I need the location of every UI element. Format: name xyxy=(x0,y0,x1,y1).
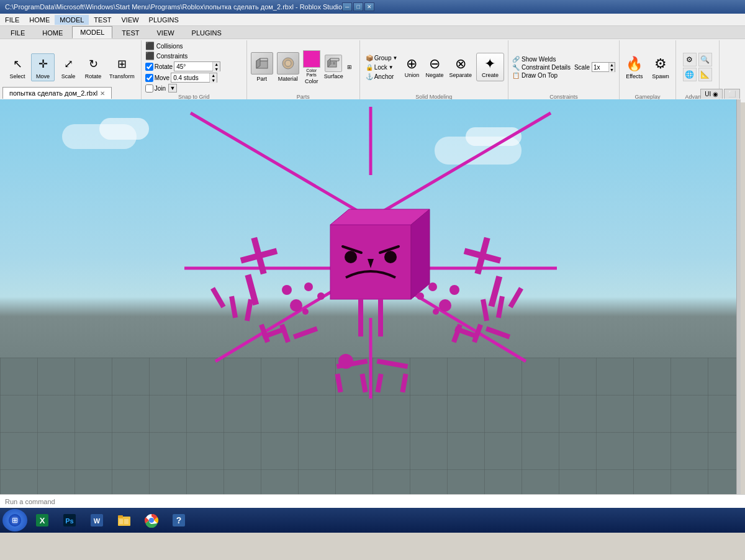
material-button[interactable] xyxy=(277,52,299,75)
part-button[interactable] xyxy=(251,52,273,75)
svg-rect-33 xyxy=(229,296,238,318)
advanced-btn3[interactable]: 🌐 xyxy=(683,68,697,81)
taskbar-excel[interactable]: X xyxy=(30,510,55,531)
menu-file[interactable]: FILE xyxy=(0,15,24,25)
constraint-details-label: Constraint Details xyxy=(522,64,571,71)
anchor-button[interactable]: ⚓ Anchor xyxy=(364,73,400,81)
material-section: Material xyxy=(277,52,299,82)
union-negate-separate: ⊕ Union ⊖ Negate ⊗ Separate xyxy=(402,55,474,79)
gameplay-content: 🔥 Effects ⚙ Spawn xyxy=(623,42,672,93)
constraint-details-icon: 🔧 xyxy=(512,64,520,71)
effects-label: Effects xyxy=(626,73,643,79)
parts-expand[interactable]: ⊞ xyxy=(347,52,356,83)
tab-test[interactable]: TEST xyxy=(114,27,147,38)
taskbar-explorer[interactable] xyxy=(112,510,137,531)
collision-checks: ⬛ Collisions ⬛ Constraints xyxy=(145,42,188,60)
rotate-down-arrow[interactable]: ▼ xyxy=(213,67,220,72)
rotate-button[interactable]: ↻ Rotate xyxy=(82,54,104,81)
svg-rect-76 xyxy=(124,519,129,524)
scale-label: Scale xyxy=(574,64,590,71)
surface-button[interactable] xyxy=(325,55,342,72)
fullscreen-toggle[interactable]: ⬜ xyxy=(724,89,740,99)
color-button[interactable]: Color Parts xyxy=(303,50,320,77)
svg-rect-36 xyxy=(495,296,504,318)
taskbar-chrome[interactable] xyxy=(139,510,164,531)
move-snap-label: Move xyxy=(155,75,169,81)
menu-view[interactable]: VIEW xyxy=(116,15,143,25)
start-button[interactable]: ⊞ xyxy=(2,509,27,531)
ui-toggle[interactable]: UI ◉ xyxy=(700,89,723,99)
svg-rect-35 xyxy=(508,287,523,308)
select-button[interactable]: ↖ Select xyxy=(6,54,29,81)
minimize-button[interactable]: ─ xyxy=(342,2,352,11)
svg-line-11 xyxy=(371,113,551,219)
menu-home[interactable]: HOME xyxy=(24,15,55,25)
union-button[interactable]: ⊕ Union xyxy=(402,55,422,79)
constraint-details-item[interactable]: 🔧 Constraint Details xyxy=(512,64,571,71)
effects-button[interactable]: 🔥 Effects xyxy=(623,54,646,81)
move-snap-row: Move 0.4 studs ▲ ▼ xyxy=(145,73,243,83)
spawn-button[interactable]: ⚙ Spawn xyxy=(649,54,672,81)
tab-model[interactable]: MODEL xyxy=(72,26,112,38)
tab-file[interactable]: FILE xyxy=(2,27,33,38)
scale-up-arrow[interactable]: ▲ xyxy=(609,63,615,68)
svg-point-4 xyxy=(285,60,291,66)
maximize-button[interactable]: □ xyxy=(353,2,363,11)
advanced-btn2[interactable]: 🔍 xyxy=(698,53,712,66)
menu-test[interactable]: TEST xyxy=(89,15,116,25)
move-down-arrow[interactable]: ▼ xyxy=(210,78,217,83)
draw-on-top-icon: 📋 xyxy=(512,72,520,79)
tab-plugins[interactable]: PLUGINS xyxy=(184,27,230,38)
window-controls: ─ □ ✕ xyxy=(342,2,374,11)
move-button[interactable]: ✛ Move xyxy=(31,53,55,81)
collisions-check[interactable]: ⬛ Collisions xyxy=(145,42,188,50)
svg-rect-53 xyxy=(376,358,408,369)
scale-down-arrow[interactable]: ▼ xyxy=(609,68,615,73)
create-button[interactable]: ✦ Create xyxy=(476,53,504,81)
scale-control: Scale 1x ▲ ▼ xyxy=(574,62,615,72)
lock-icon: 🔒 xyxy=(366,64,373,71)
advanced-btn4[interactable]: 📐 xyxy=(698,68,712,81)
svg-point-24 xyxy=(384,251,397,263)
svg-point-45 xyxy=(428,282,437,291)
group-button[interactable]: 📦 Group ▼ xyxy=(364,54,400,62)
move-up-arrow[interactable]: ▲ xyxy=(210,73,217,78)
constraints-check[interactable]: ⬛ Constraints xyxy=(145,52,188,60)
show-welds-item[interactable]: 🔗 Show Welds xyxy=(512,56,571,63)
taskbar-photoshop[interactable]: Ps xyxy=(57,510,82,531)
rotate-up-arrow[interactable]: ▲ xyxy=(213,62,220,67)
rotate-snap-check[interactable] xyxy=(145,63,153,71)
lock-button[interactable]: 🔒 Lock ▼ xyxy=(364,63,400,71)
menu-plugins[interactable]: PLUGINS xyxy=(144,15,184,25)
tab-view[interactable]: VIEW xyxy=(148,27,182,38)
cloud2 xyxy=(99,118,149,140)
close-button[interactable]: ✕ xyxy=(364,2,374,11)
svg-rect-37 xyxy=(481,299,489,321)
separate-button[interactable]: ⊗ Separate xyxy=(447,55,474,79)
command-input[interactable] xyxy=(5,498,740,505)
menu-model[interactable]: MODEL xyxy=(55,15,89,25)
svg-point-38 xyxy=(290,299,302,312)
draw-on-top-item[interactable]: 📋 Draw On Top xyxy=(512,72,571,79)
move-snap-check[interactable] xyxy=(145,74,153,82)
advanced-icons-row2: 🌐 📐 xyxy=(683,68,712,81)
spawn-label: Spawn xyxy=(652,73,669,79)
taskbar-word[interactable]: W xyxy=(84,510,109,531)
tab-home[interactable]: HOME xyxy=(34,27,71,38)
svg-point-42 xyxy=(302,309,309,315)
scale-button[interactable]: ⤢ Scale xyxy=(57,54,79,81)
advanced-content: ⚙ 🔍 🌐 📐 xyxy=(683,42,712,93)
editor-tab[interactable]: попытка сделать дом_2.rbxl ✕ xyxy=(2,87,112,99)
tab-close-button[interactable]: ✕ xyxy=(100,90,105,97)
parts-expand-icon: ⊞ xyxy=(347,64,356,70)
union-label: Union xyxy=(405,72,420,78)
advanced-btn1[interactable]: ⚙ xyxy=(683,53,697,66)
ribbon-tabs: FILE HOME MODEL TEST VIEW PLUGINS xyxy=(0,26,745,38)
command-bar xyxy=(0,494,745,508)
transform-icon: ⊞ xyxy=(113,55,130,73)
color-label: Color xyxy=(305,78,318,84)
taskbar-app7[interactable]: ? xyxy=(166,510,191,531)
svg-rect-9 xyxy=(333,62,335,65)
transform-button[interactable]: ⊞ Transform xyxy=(107,54,137,81)
negate-button[interactable]: ⊖ Negate xyxy=(423,55,445,79)
